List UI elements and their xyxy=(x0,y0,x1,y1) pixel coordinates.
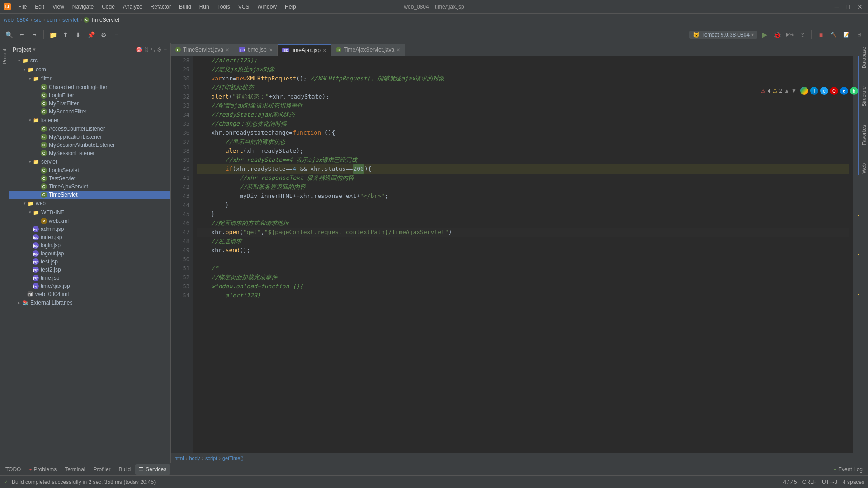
tree-item-TestServlet[interactable]: C TestServlet xyxy=(9,174,170,183)
tab-TimeAjaxServlet[interactable]: C TimeAjaxServlet.java ✕ xyxy=(331,44,405,56)
tree-item-AccessCounterListener[interactable]: C AccessCounterListener xyxy=(9,125,170,133)
toolbar-locate-btn[interactable]: 📁 xyxy=(47,29,58,40)
project-locate-icon[interactable]: 🎯 xyxy=(136,47,142,53)
scroll-down-icon[interactable]: ▼ xyxy=(791,88,797,94)
run-config-selector[interactable]: 🐱 Tomcat 9.0.38-0804 ▾ xyxy=(689,31,757,39)
menu-window[interactable]: Window xyxy=(254,3,280,11)
gradle-button[interactable]: 🔨 xyxy=(828,29,839,40)
menu-run[interactable]: Run xyxy=(196,3,213,11)
tree-item-MyApplicationListener[interactable]: C MyApplicationListener xyxy=(9,133,170,141)
code-breadcrumb-fn[interactable]: getTime() xyxy=(222,455,244,461)
tree-item-indexjsp[interactable]: jsp index.jsp xyxy=(9,233,170,241)
menu-build[interactable]: Build xyxy=(175,3,195,11)
toolbar-down-btn[interactable]: ⬇ xyxy=(73,29,84,40)
bottom-tab-terminal[interactable]: Terminal xyxy=(61,464,89,475)
tab-close-timejsp[interactable]: ✕ xyxy=(269,47,273,52)
tree-item-servlet[interactable]: ▾ 📁 servlet xyxy=(9,157,170,166)
toolbar-pin-btn[interactable]: 📌 xyxy=(85,29,96,40)
tree-item-web[interactable]: ▾ 📁 web xyxy=(9,199,170,208)
tree-item-webxml[interactable]: x web.xml xyxy=(9,217,170,225)
firefox-icon[interactable]: f xyxy=(810,87,818,95)
indent[interactable]: 4 spaces xyxy=(843,479,864,485)
tree-item-TimeServlet[interactable]: C TimeServlet xyxy=(9,191,170,199)
tab-close-TimeAjaxServlet[interactable]: ✕ xyxy=(396,47,400,52)
tree-item-timeajaxjsp[interactable]: jsp timeAjax.jsp xyxy=(9,282,170,290)
brave-icon[interactable]: b xyxy=(850,87,858,95)
tree-item-CharacterEncodingFilter[interactable]: C CharacterEncodingFilter xyxy=(9,83,170,91)
project-collapse-icon[interactable]: ⇆ xyxy=(151,47,155,53)
menu-file[interactable]: File xyxy=(14,3,30,11)
tree-item-LoginServlet[interactable]: C LoginServlet xyxy=(9,166,170,174)
tree-item-iml[interactable]: iml web_0804.iml xyxy=(9,290,170,298)
encoding[interactable]: UTF-8 xyxy=(822,479,837,485)
run-button[interactable]: ▶ xyxy=(759,29,770,40)
scroll-up-icon[interactable]: ▲ xyxy=(784,88,789,94)
maximize-button[interactable]: □ xyxy=(844,3,852,10)
tree-item-MySessionListener[interactable]: C MySessionListener xyxy=(9,149,170,157)
chrome-icon[interactable] xyxy=(800,87,808,95)
tree-item-filter[interactable]: ▾ 📁 filter xyxy=(9,74,170,83)
right-label-database[interactable]: Database xyxy=(861,47,867,68)
tree-item-src[interactable]: ▾ 📁 src xyxy=(9,56,170,65)
tree-item-timejsp[interactable]: jsp time.jsp xyxy=(9,274,170,282)
sidebar-label-project[interactable]: Project xyxy=(1,47,8,66)
toolbar-settings-btn[interactable]: ⚙ xyxy=(98,29,109,40)
profile-button[interactable]: ⏱ xyxy=(797,29,808,40)
tab-close-TimeServlet[interactable]: ✕ xyxy=(226,47,229,52)
menu-code[interactable]: Code xyxy=(98,3,118,11)
tab-timejsp[interactable]: jsp time.jsp ✕ xyxy=(234,44,278,56)
tab-close-timeajax[interactable]: ✕ xyxy=(323,48,326,53)
menu-analyze[interactable]: Analyze xyxy=(119,3,146,11)
debug-button[interactable]: 🐞 xyxy=(772,29,783,40)
tree-item-adminjsp[interactable]: jsp admin.jsp xyxy=(9,225,170,233)
project-close-icon[interactable]: − xyxy=(164,47,167,53)
bottom-tab-services[interactable]: ☰ Services xyxy=(135,464,170,475)
code-breadcrumb-html[interactable]: html xyxy=(175,455,184,461)
tree-item-webinf[interactable]: ▾ 📁 WEB-INF xyxy=(9,208,170,217)
toolbar-collapse-btn[interactable]: − xyxy=(111,29,122,40)
minimize-button[interactable]: ─ xyxy=(833,3,841,10)
right-label-web[interactable]: Web xyxy=(861,163,867,173)
bottom-tab-event-log[interactable]: ● Event Log xyxy=(830,464,866,475)
terminal-button[interactable]: ⊞ xyxy=(854,29,864,40)
vcs-button[interactable]: 📝 xyxy=(841,29,852,40)
edge-icon[interactable]: e xyxy=(820,87,828,95)
close-button[interactable]: ✕ xyxy=(855,3,864,10)
bottom-tab-build[interactable]: Build xyxy=(115,464,135,475)
tab-TimeServlet[interactable]: C TimeServlet.java ✕ xyxy=(171,44,234,56)
menu-navigate[interactable]: Navigate xyxy=(69,3,97,11)
toolbar-search-btn[interactable]: 🔍 xyxy=(4,29,14,40)
menu-view[interactable]: View xyxy=(49,3,68,11)
code-content[interactable]: //alert(123); //定义js原生ajax对象 var xhr=new… xyxy=(193,56,853,453)
code-breadcrumb-body[interactable]: body xyxy=(189,455,200,461)
tab-timeajax[interactable]: jsp timeAjax.jsp ✕ xyxy=(278,44,331,56)
project-expand-icon[interactable]: ⇅ xyxy=(144,47,149,53)
right-label-structure[interactable]: Structure xyxy=(861,86,867,107)
tree-item-testjsp[interactable]: jsp test.jsp xyxy=(9,258,170,266)
coverage-button[interactable]: ▶% xyxy=(784,29,795,40)
tree-item-loginjsp[interactable]: jsp login.jsp xyxy=(9,241,170,249)
ie-icon[interactable]: e xyxy=(840,87,848,95)
toolbar-nav-forward[interactable]: ➡ xyxy=(29,29,40,40)
bottom-tab-problems[interactable]: ● Problems xyxy=(25,464,60,475)
code-editor[interactable]: 28 29 30 31 32 33 34 35 36 37 38 39 40 4… xyxy=(171,56,859,453)
stop-button[interactable]: ■ xyxy=(816,29,826,40)
right-label-favorites[interactable]: Favorites xyxy=(861,125,867,145)
menu-vcs[interactable]: VCS xyxy=(235,3,253,11)
tree-item-external-libs[interactable]: ▸ 📚 External Libraries xyxy=(9,298,170,307)
cursor-position[interactable]: 47:45 xyxy=(783,479,797,485)
breadcrumb-project[interactable]: web_0804 xyxy=(4,17,28,23)
breadcrumb-src[interactable]: src xyxy=(34,17,41,23)
project-gear-icon[interactable]: ⚙ xyxy=(157,47,162,53)
menu-tools[interactable]: Tools xyxy=(214,3,234,11)
breadcrumb-com[interactable]: com xyxy=(47,17,57,23)
tree-item-TimeAjaxServlet[interactable]: C TimeAjaxServlet xyxy=(9,183,170,191)
breadcrumb-servlet[interactable]: servlet xyxy=(62,17,78,23)
line-ending[interactable]: CRLF xyxy=(802,479,816,485)
menu-help[interactable]: Help xyxy=(281,3,300,11)
toolbar-up-btn[interactable]: ⬆ xyxy=(60,29,71,40)
project-title[interactable]: Project ▾ xyxy=(13,47,35,53)
tree-item-MySecondFilter[interactable]: C MySecondFilter xyxy=(9,108,170,116)
opera-icon[interactable]: O xyxy=(830,87,838,95)
tree-item-logoutjsp[interactable]: jsp logout.jsp xyxy=(9,249,170,258)
